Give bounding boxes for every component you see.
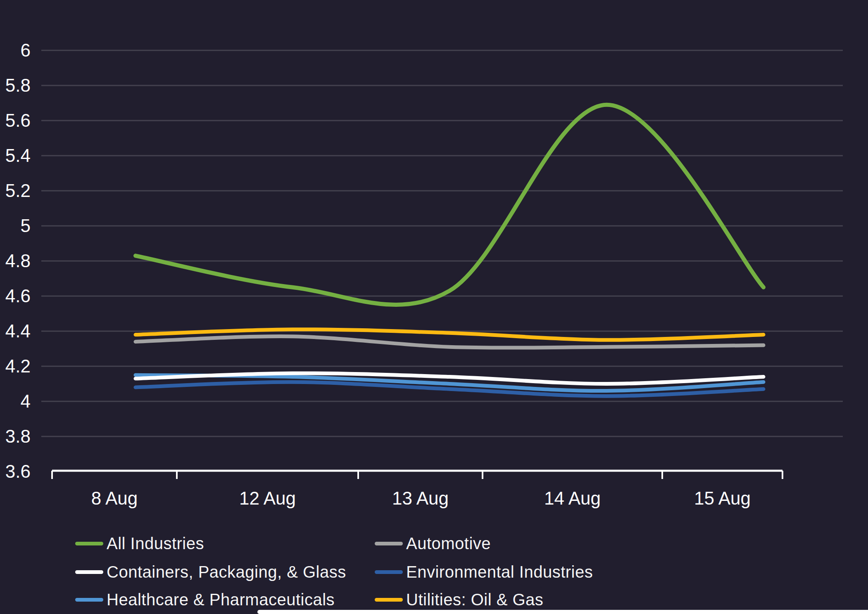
y-axis-tick-label: 4.8 [5,251,31,271]
y-axis-tick-label: 4 [21,391,31,411]
legend-item-containers-packaging-glass[interactable]: Containers, Packaging, & Glass [75,562,346,582]
y-axis-tick-label: 4.6 [5,286,31,306]
y-axis-tick-label: 5.4 [5,145,31,166]
legend-item-healthcare-pharmaceuticals[interactable]: Healthcare & Pharmaceuticals [75,590,335,609]
y-axis-tick-label: 5.6 [5,110,31,130]
legend-swatch [75,542,103,545]
line-chart-svg: 65.85.65.45.254.84.64.44.243.83.68 Aug12… [0,0,868,614]
legend-swatch [75,570,103,574]
legend-label: Healthcare & Pharmaceuticals [107,590,335,609]
legend-item-automotive[interactable]: Automotive [375,533,491,553]
legend-item-utilities-oil-gas[interactable]: Utilities: Oil & Gas [375,590,543,609]
series-line-all-industries [136,105,763,305]
legend-item-all-industries[interactable]: All Industries [75,533,204,553]
legend-swatch [375,598,403,602]
chart-page: 65.85.65.45.254.84.64.44.243.83.68 Aug12… [0,0,868,614]
y-axis-tick-label: 5.8 [5,75,31,95]
x-axis-label: 8 Aug [91,488,138,508]
legend-swatch [375,570,403,574]
legend-item-environmental-industries[interactable]: Environmental Industries [375,562,593,582]
y-axis-tick-label: 4.4 [5,321,31,341]
y-axis-tick-label: 5 [21,216,31,236]
legend-label: Containers, Packaging, & Glass [107,563,346,581]
x-axis-label: 13 Aug [392,488,449,508]
y-axis-labels: 65.85.65.45.254.84.64.44.243.83.6 [5,40,31,481]
legend-label: All Industries [107,534,204,553]
bottom-edge-bar [257,610,868,614]
y-axis-tick-label: 4.2 [5,356,31,376]
x-axis-label: 14 Aug [544,488,601,508]
y-axis-tick-label: 6 [21,40,31,60]
legend-label: Environmental Industries [406,563,593,581]
x-axis-label: 15 Aug [694,488,751,508]
y-axis-tick-label: 5.2 [5,180,31,201]
series-lines [136,105,763,396]
y-axis-tick-label: 3.8 [5,426,31,446]
x-axis: 8 Aug12 Aug13 Aug14 Aug15 Aug [52,471,782,508]
y-axis-tick-label: 3.6 [5,461,31,481]
legend-label: Utilities: Oil & Gas [406,590,543,609]
legend-swatch [375,542,403,545]
legend-label: Automotive [406,534,491,553]
x-axis-label: 12 Aug [239,488,296,508]
legend-swatch [75,598,103,602]
